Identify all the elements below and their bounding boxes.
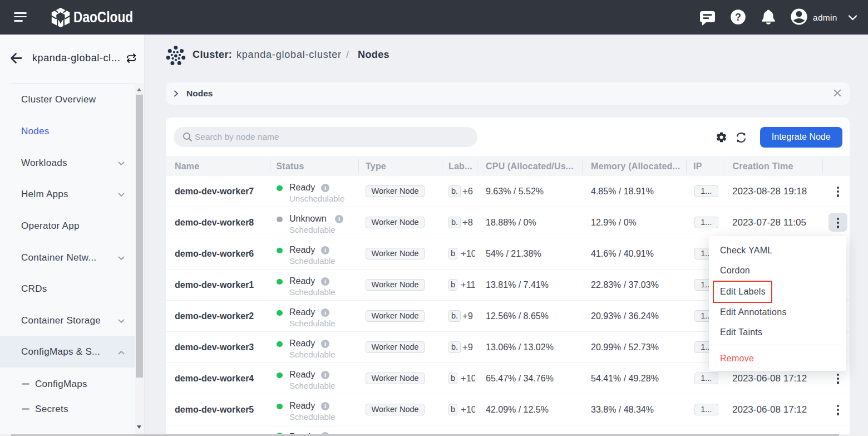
svg-text:?: ?: [735, 12, 741, 23]
